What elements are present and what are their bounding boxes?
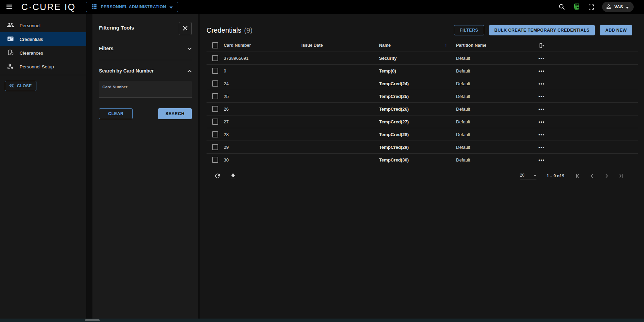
column-header-partition-name[interactable]: Partition Name	[456, 43, 538, 48]
row-actions-icon[interactable]: •••	[538, 107, 545, 112]
row-checkbox[interactable]	[212, 93, 218, 99]
cell-name: Security	[379, 56, 456, 61]
clear-button[interactable]: CLEAR	[99, 108, 133, 119]
cell-card-number: 28	[224, 132, 301, 137]
caret-down-icon	[169, 4, 173, 10]
close-x-icon	[182, 25, 188, 32]
person-gear-icon	[7, 63, 14, 71]
cell-name: TempCred(25)	[379, 94, 456, 99]
pagination-range-label: 1 – 9 of 9	[547, 174, 564, 178]
app-switcher-button[interactable]: PERSONNEL ADMINISTRATION	[86, 2, 178, 12]
menu-icon[interactable]	[5, 2, 14, 11]
table-row[interactable]: 26 TempCred(26) Default •••	[207, 103, 638, 115]
cell-partition-name: Default	[456, 132, 538, 137]
row-actions-icon[interactable]: •••	[538, 68, 545, 74]
filters-section-toggle[interactable]: Filters	[99, 45, 192, 52]
fullscreen-icon[interactable]	[588, 4, 595, 10]
row-checkbox[interactable]	[212, 131, 218, 137]
row-checkbox[interactable]	[212, 157, 218, 163]
credentials-table: Card Number Issue Date Name ↑ Partition …	[207, 39, 638, 186]
previous-page-icon[interactable]	[589, 173, 595, 179]
search-button[interactable]: SEARCH	[158, 108, 192, 119]
table-footer: 20 1 – 9 of 9	[207, 166, 638, 186]
sidebar-item-label: Clearances	[20, 51, 43, 56]
caret-down-icon	[533, 173, 536, 178]
close-filter-panel-button[interactable]	[179, 22, 192, 35]
chevron-up-icon	[187, 68, 192, 74]
apps-grid-icon	[91, 3, 97, 11]
table-row[interactable]: 24 TempCred(24) Default •••	[207, 77, 638, 90]
last-page-icon[interactable]	[618, 173, 624, 179]
cell-name: TempCred(28)	[379, 132, 456, 137]
table-row[interactable]: 3738965691 Security Default •••	[207, 52, 638, 65]
row-checkbox[interactable]	[212, 144, 218, 150]
row-actions-icon[interactable]: •••	[538, 56, 545, 61]
search-icon[interactable]	[558, 3, 565, 10]
page-size-select[interactable]: 20	[520, 173, 536, 179]
row-checkbox[interactable]	[212, 106, 218, 112]
row-actions-icon[interactable]: •••	[538, 119, 545, 124]
horizontal-scrollbar[interactable]	[0, 319, 644, 322]
row-checkbox[interactable]	[212, 68, 218, 74]
column-header-name[interactable]: Name ↑	[379, 43, 456, 48]
sidebar-item-label: Credentials	[20, 37, 43, 42]
cell-card-number: 0	[224, 68, 301, 74]
caret-down-icon	[626, 4, 629, 10]
table-row[interactable]: 30 TempCred(30) Default •••	[207, 154, 638, 166]
search-by-card-section-label: Search by Card Number	[99, 68, 154, 74]
row-actions-icon[interactable]: •••	[538, 157, 545, 163]
page-title: Credentials	[207, 26, 241, 34]
user-menu-button[interactable]: VAS	[602, 2, 634, 12]
table-row[interactable]: 0 Temp(0) Default •••	[207, 65, 638, 77]
credentials-main-panel: Credentials (9) FILTERS BULK CREATE TEMP…	[200, 14, 644, 319]
sidebar-item-label: Personnel	[20, 23, 41, 28]
table-row[interactable]: 25 TempCred(25) Default •••	[207, 90, 638, 103]
user-icon	[606, 3, 612, 11]
table-body: 3738965691 Security Default ••• 0 Temp(0…	[207, 52, 638, 166]
row-checkbox[interactable]	[212, 119, 218, 125]
sidebar-collapse-button[interactable]: CLOSE	[5, 81, 36, 91]
table-row[interactable]: 29 TempCred(29) Default •••	[207, 141, 638, 154]
badge-card-icon	[7, 35, 14, 43]
cell-card-number: 30	[224, 157, 301, 163]
row-checkbox[interactable]	[212, 80, 218, 87]
sidebar-item-credentials[interactable]: Credentials	[0, 32, 86, 46]
filter-panel-title: Filtering Tools	[99, 22, 134, 31]
sort-ascending-icon[interactable]: ↑	[445, 43, 447, 48]
chevron-down-icon	[187, 45, 192, 52]
cell-partition-name: Default	[456, 56, 538, 61]
cell-partition-name: Default	[456, 94, 538, 99]
sidebar-item-clearances[interactable]: Clearances	[0, 46, 86, 60]
table-row[interactable]: 27 TempCred(27) Default •••	[207, 115, 638, 128]
sidebar-nav: Personnel Credentials Clearances Personn…	[0, 14, 86, 319]
column-header-name-label: Name	[379, 43, 391, 48]
row-actions-icon[interactable]: •••	[538, 145, 545, 150]
row-checkbox[interactable]	[212, 55, 218, 61]
add-new-button[interactable]: ADD NEW	[600, 25, 632, 35]
search-by-card-section-toggle[interactable]: Search by Card Number	[99, 68, 192, 74]
cell-card-number: 25	[224, 94, 301, 99]
table-row[interactable]: 28 TempCred(28) Default •••	[207, 128, 638, 141]
row-actions-icon[interactable]: •••	[538, 81, 545, 86]
column-header-card-number[interactable]: Card Number	[224, 43, 301, 48]
select-all-checkbox[interactable]	[212, 42, 218, 48]
download-icon[interactable]	[230, 173, 236, 179]
sidebar-item-personnel[interactable]: Personnel	[0, 19, 86, 32]
add-column-icon[interactable]	[538, 42, 545, 49]
page-size-value: 20	[520, 173, 524, 178]
card-number-input[interactable]	[102, 89, 188, 96]
first-page-icon[interactable]	[575, 173, 581, 179]
record-count: (9)	[244, 26, 252, 34]
row-actions-icon[interactable]: •••	[538, 132, 545, 137]
sidebar-item-personnel-setup[interactable]: Personnel Setup	[0, 60, 86, 74]
refresh-icon[interactable]	[214, 173, 221, 179]
filter-panel-divider	[99, 60, 192, 60]
bulk-create-temporary-credentials-button[interactable]: BULK CREATE TEMPORARY CREDENTIALS	[489, 25, 595, 35]
card-number-field: Card Number	[99, 81, 192, 98]
filters-button[interactable]: FILTERS	[454, 25, 484, 35]
row-actions-icon[interactable]: •••	[538, 94, 545, 99]
horizontal-scrollbar-thumb[interactable]	[85, 319, 100, 321]
next-page-icon[interactable]	[603, 173, 610, 179]
column-header-issue-date[interactable]: Issue Date	[301, 43, 379, 48]
server-status-icon[interactable]	[573, 3, 580, 11]
